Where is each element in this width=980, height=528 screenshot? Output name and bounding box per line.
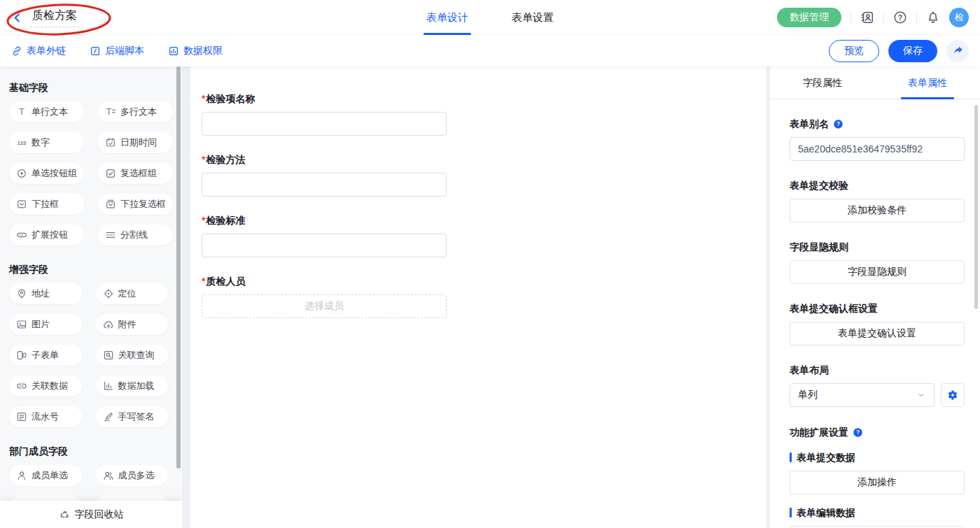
address-icon [16, 288, 27, 299]
datetime-icon [105, 137, 116, 148]
field-pill-dataload[interactable]: 数据加载 [96, 376, 169, 397]
field-pill-select[interactable]: 下拉框 [9, 194, 84, 215]
form-field[interactable]: *检验方法 [202, 152, 447, 197]
save-button[interactable]: 保存 [888, 40, 937, 62]
contacts-icon[interactable] [860, 10, 874, 24]
field-pill-label: 单选按钮组 [31, 167, 77, 180]
field-pill-label: 成员多选 [118, 469, 155, 482]
multi-text-icon: T [105, 106, 116, 117]
lookup-icon [103, 350, 114, 361]
field-pill-label: 附件 [118, 318, 136, 331]
member-multi-icon [103, 470, 114, 481]
field-pill-radio[interactable]: 单选按钮组 [9, 163, 84, 184]
field-recycle-bin[interactable]: 字段回收站 [0, 501, 182, 528]
share-button[interactable] [946, 40, 969, 62]
panel-section-button[interactable]: 表单提交确认设置 [790, 322, 965, 345]
text-input[interactable] [202, 234, 447, 257]
member-single-icon [16, 470, 27, 481]
top-header: 质检方案 表单设计表单设置 数据管理 ? 检 [0, 0, 980, 35]
back-icon[interactable] [11, 12, 23, 24]
field-pill-member-single[interactable]: 成员单选 [9, 465, 82, 486]
field-pill-label: 扩展按钮 [31, 229, 68, 241]
page-title[interactable]: 质检方案 [30, 8, 79, 27]
serial-icon [16, 411, 27, 422]
question-filled-icon: ? [833, 119, 844, 129]
layout-select[interactable]: 单列 [790, 383, 934, 407]
toolbar-link-script[interactable]: 后端脚本 [90, 45, 144, 57]
panel-scrollbar[interactable] [974, 105, 978, 309]
field-pill-label: 下拉复选框 [120, 198, 166, 211]
divider [883, 12, 884, 23]
data-manage-button[interactable]: 数据管理 [777, 8, 841, 27]
toolbar-link-label: 数据权限 [183, 45, 223, 57]
field-pill-checkbox[interactable]: 复选框组 [98, 163, 173, 184]
field-palette-list: 基础字段T单行文本T多行文本123数字日期时间单选按钮组复选框组下拉框下拉复选框… [0, 80, 182, 517]
field-pill-extend[interactable]: 扩展按钮 [9, 224, 84, 245]
field-palette-sidebar: 基础字段T单行文本T多行文本123数字日期时间单选按钮组复选框组下拉框下拉复选框… [0, 66, 182, 528]
toolbar-link-label: 表单外链 [27, 45, 66, 57]
field-pill-image[interactable]: 图片 [9, 314, 82, 335]
panel-tab-1[interactable]: 表单属性 [875, 66, 980, 99]
field-pill-subform[interactable]: 子表单 [9, 345, 82, 366]
field-pill-lookup[interactable]: 关联查询 [96, 345, 169, 366]
svg-text:?: ? [856, 429, 860, 436]
form-alias-input[interactable] [790, 137, 965, 161]
panel-section-button[interactable]: 添加校验条件 [790, 199, 965, 222]
extension-group-label: 表单提交数据 [790, 450, 965, 464]
panel-tabs: 字段属性表单属性 [770, 66, 980, 99]
signature-icon [103, 411, 114, 422]
layout-gear-button[interactable] [941, 383, 965, 407]
add-action-button[interactable]: 添加操作 [790, 471, 965, 494]
group-accent-bar [790, 508, 792, 518]
palette-section-title: 部门成员字段 [9, 444, 168, 458]
toolbar-link-link[interactable]: 表单外链 [11, 45, 66, 57]
multiselect-icon [105, 199, 116, 210]
text-input[interactable] [202, 173, 447, 197]
help-icon[interactable]: ? [893, 10, 907, 24]
preview-button[interactable]: 预览 [829, 40, 879, 62]
sidebar-scrollbar[interactable] [176, 66, 181, 469]
field-pill-number[interactable]: 123数字 [9, 132, 84, 153]
palette-grid: T单行文本T多行文本123数字日期时间单选按钮组复选框组下拉框下拉复选框扩展按钮… [9, 101, 168, 245]
form-field[interactable]: *检验项名称 [202, 92, 447, 136]
panel-tab-0[interactable]: 字段属性 [770, 66, 875, 99]
field-label: *检验方法 [202, 152, 447, 166]
field-pill-attachment[interactable]: 附件 [96, 314, 169, 335]
field-pill-signature[interactable]: 手写签名 [96, 406, 169, 427]
toolbar-link-permission[interactable]: 数据权限 [168, 45, 223, 57]
member-picker[interactable]: 选择成员 [202, 294, 447, 318]
dataload-icon [103, 380, 114, 392]
required-asterisk: * [202, 93, 205, 104]
panel-section-button[interactable]: 字段显隐规则 [790, 260, 965, 284]
form-alias-label: 表单别名? [790, 117, 965, 131]
field-pill-multiselect[interactable]: 下拉复选框 [98, 194, 173, 215]
palette-section-title: 增强字段 [9, 262, 168, 276]
avatar[interactable]: 检 [949, 8, 969, 27]
field-pill-linkdata[interactable]: 关联数据 [9, 376, 82, 397]
form-field[interactable]: *检验标准 [202, 213, 447, 257]
field-pill-multi-text[interactable]: T多行文本 [98, 101, 173, 122]
field-pill-datetime[interactable]: 日期时间 [98, 132, 173, 153]
extension-group-label: 表单编辑数据 [790, 506, 965, 520]
text-input[interactable] [202, 112, 447, 136]
divider-icon [105, 229, 116, 241]
bell-icon[interactable] [926, 10, 940, 24]
gear-icon [947, 390, 958, 401]
header-left: 质检方案 [11, 0, 79, 35]
field-pill-member-multi[interactable]: 成员多选 [96, 465, 169, 486]
field-pill-single-text[interactable]: T单行文本 [9, 101, 84, 122]
field-pill-address[interactable]: 地址 [9, 283, 82, 304]
form-field[interactable]: *质检人员选择成员 [202, 274, 447, 318]
form-design-canvas[interactable]: *检验项名称*检验方法*检验标准*质检人员选择成员 [190, 66, 766, 528]
field-pill-label: 多行文本 [120, 106, 157, 118]
field-pill-locate[interactable]: 定位 [96, 283, 169, 304]
select-icon [16, 199, 27, 210]
field-pill-serial[interactable]: 流水号 [9, 406, 82, 427]
header-tab-1[interactable]: 表单设置 [512, 0, 554, 35]
panel-section-label: 表单提交确认框设置 [790, 301, 965, 315]
header-tab-0[interactable]: 表单设计 [426, 0, 468, 35]
field-pill-divider[interactable]: 分割线 [98, 224, 173, 245]
attachment-icon [103, 319, 114, 330]
radio-icon [16, 168, 27, 179]
form-toolbar: 表单外链后端脚本数据权限 预览 保存 [0, 35, 980, 66]
